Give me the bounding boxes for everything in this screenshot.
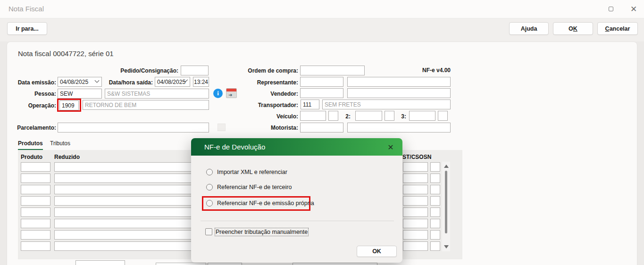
restore-button[interactable]	[603, 3, 619, 15]
ok-label: OK	[569, 25, 577, 32]
scroll-down-icon[interactable]	[444, 245, 449, 248]
ordem-compra-input[interactable]	[300, 66, 365, 75]
representante-code-input[interactable]	[300, 77, 343, 87]
grid-aux-input[interactable]	[430, 174, 440, 183]
motorista-label: Motorista:	[259, 124, 298, 132]
pessoa-name-input[interactable]	[105, 89, 209, 99]
veiculo-label: Veículo:	[259, 113, 298, 120]
ordem-compra-label: Ordem de compra:	[245, 67, 298, 75]
help-label: Ajuda	[521, 25, 537, 32]
tab-tributos[interactable]: Tributos	[50, 140, 70, 149]
checkbox-icon	[205, 228, 212, 235]
grid-st-csosn-input[interactable]	[403, 241, 428, 251]
grid-st-csosn-input[interactable]	[403, 185, 428, 194]
nfe-version-text: NF-e v4.00	[415, 67, 451, 74]
veiculo1-uf-input[interactable]	[328, 111, 338, 121]
cutoff-field[interactable]	[156, 263, 206, 265]
data-emissao-label: Data emissão:	[14, 79, 56, 86]
grid-produto-input[interactable]	[21, 207, 50, 217]
dialog-close-button[interactable]: ✕	[385, 142, 396, 152]
motorista-name-input[interactable]	[347, 123, 451, 132]
grid-produto-input[interactable]	[21, 230, 50, 240]
grid-aux-input[interactable]	[430, 185, 440, 194]
dialog-ok-button[interactable]: OK	[357, 246, 397, 257]
operacao-name-input[interactable]	[83, 100, 209, 110]
vendedor-name-input[interactable]	[347, 88, 451, 98]
grid-produto-input[interactable]	[21, 219, 50, 228]
motorista-code-input[interactable]	[300, 123, 343, 132]
veiculo1-input[interactable]	[300, 111, 326, 121]
grid-aux-input[interactable]	[430, 219, 440, 228]
grid-scrollbar[interactable]	[442, 162, 450, 251]
radio-label: Referenciar NF-e de terceiro	[217, 184, 292, 190]
data-emissao-value: 04/08/2025	[60, 79, 95, 85]
close-window-button[interactable]: ✕	[626, 3, 642, 15]
tab-produtos[interactable]: Produtos	[18, 140, 43, 150]
vendedor-code-input[interactable]	[300, 88, 343, 98]
parcelamento-input[interactable]	[58, 123, 209, 132]
grid-aux-input[interactable]	[430, 162, 440, 172]
grid-aux-input[interactable]	[430, 230, 440, 240]
dialog-header: NF-e de Devolução ✕	[191, 138, 402, 156]
dialog-title: NF-e de Devolução	[204, 143, 265, 151]
data-saida-value: 04/08/2025	[157, 79, 185, 85]
pedido-input[interactable]	[181, 66, 209, 75]
veiculo2-uf-input[interactable]	[385, 111, 394, 121]
radio-referenciar-terceiro[interactable]: Referenciar NF-e de terceiro	[206, 184, 292, 190]
veiculo3-input[interactable]	[409, 111, 435, 121]
page-title: Nota fiscal 00047722, série 01	[18, 50, 114, 58]
pessoa-code-input[interactable]	[58, 89, 102, 99]
cutoff-field[interactable]	[208, 263, 242, 265]
grid-st-csosn-input[interactable]	[403, 230, 428, 240]
grid-produto-input[interactable]	[21, 185, 50, 194]
parcelamento-label: Parcelamento:	[14, 124, 56, 132]
toolbar: Ir para... Ajuda OK Cancelar	[0, 18, 644, 41]
data-saida-combobox[interactable]: 04/08/2025	[155, 77, 190, 87]
preencher-tributacao-checkbox[interactable]: Preencher tributação manualmente	[205, 228, 308, 235]
help-button[interactable]: Ajuda	[509, 22, 549, 35]
radio-label: Importar XML e referenciar	[217, 169, 287, 175]
grid-st-csosn-input[interactable]	[403, 207, 428, 217]
grid-aux-input[interactable]	[430, 241, 440, 251]
cancel-button[interactable]: Cancelar	[597, 22, 638, 35]
grid-st-csosn-input[interactable]	[403, 219, 428, 228]
representante-label: Representante:	[245, 79, 298, 86]
radio-importar-xml[interactable]: Importar XML e referenciar	[206, 169, 287, 175]
data-emissao-combobox[interactable]: 04/08/2025	[58, 77, 102, 87]
nota-fiscal-window: Nota Fiscal ✕ Ir para... Ajuda OK Cancel…	[0, 0, 644, 265]
scroll-up-icon[interactable]	[444, 165, 449, 168]
radio-icon	[206, 200, 213, 207]
grid-st-csosn-input[interactable]	[403, 162, 428, 172]
veiculo2-input[interactable]	[355, 111, 382, 121]
ok-button[interactable]: OK	[553, 22, 593, 35]
grid-st-csosn-input[interactable]	[403, 174, 428, 183]
cutoff-field[interactable]	[293, 263, 377, 265]
grid-aux-input[interactable]	[430, 207, 440, 217]
radio-referenciar-propria[interactable]: Referenciar NF-e de emissão própria	[206, 200, 314, 207]
calendar-schedule-button[interactable]: ➜	[226, 88, 237, 98]
grid-produto-input[interactable]	[21, 241, 50, 251]
cutoff-button[interactable]	[75, 260, 125, 265]
go-to-button[interactable]: Ir para...	[7, 22, 47, 35]
radio-icon	[206, 184, 213, 190]
parcelamento-aux-button[interactable]	[217, 124, 226, 131]
grid-st-csosn-input[interactable]	[403, 196, 428, 206]
hora-saida-input[interactable]	[193, 77, 209, 87]
grid-aux-input[interactable]	[430, 196, 440, 206]
operacao-label: Operação:	[14, 102, 56, 109]
transportador-code-input[interactable]	[301, 99, 319, 109]
close-icon: ✕	[387, 143, 393, 152]
chevron-down-icon	[95, 78, 100, 83]
transportador-label: Transportador:	[245, 101, 298, 109]
grid-produto-input[interactable]	[21, 174, 50, 183]
grid-produto-input[interactable]	[21, 162, 50, 172]
representante-name-input[interactable]	[347, 77, 451, 87]
transportador-name-input[interactable]	[322, 99, 451, 109]
info-icon[interactable]: i	[213, 89, 223, 98]
vendedor-label: Vendedor:	[245, 90, 298, 98]
operacao-code-input[interactable]	[59, 100, 79, 110]
veiculo2-label: 2:	[342, 113, 351, 120]
grid-produto-input[interactable]	[21, 196, 50, 206]
veiculo3-uf-input[interactable]	[438, 111, 448, 121]
scrollbar-thumb[interactable]	[445, 171, 447, 233]
